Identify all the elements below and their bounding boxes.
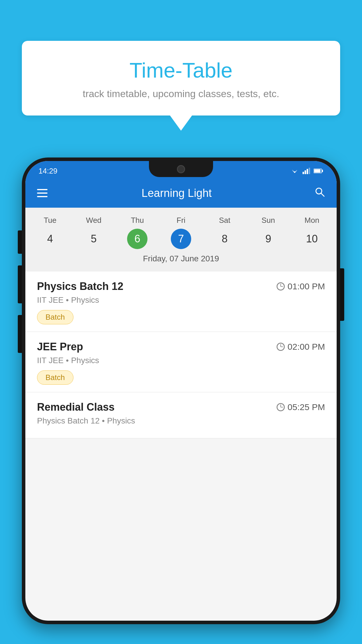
- status-icons: [290, 168, 324, 174]
- clock-icon-2: [277, 343, 285, 351]
- calendar-strip: Tue Wed Thu Fri Sat Sun Mon 4 5 6 7 8 9 …: [25, 208, 337, 272]
- hamburger-menu-button[interactable]: [37, 189, 48, 197]
- status-time: 14:29: [38, 167, 57, 176]
- date-7-selected[interactable]: 7: [171, 229, 191, 249]
- speech-bubble-container: Time-Table track timetable, upcoming cla…: [22, 41, 340, 116]
- schedule-title-3: Remedial Class: [37, 401, 115, 413]
- svg-rect-0: [303, 172, 304, 174]
- phone-frame: 14:29: [22, 158, 340, 644]
- bubble-subtitle: track timetable, upcoming classes, tests…: [36, 88, 326, 99]
- schedule-item-3[interactable]: Remedial Class 05:25 PM Physics Batch 12…: [25, 392, 337, 438]
- day-fri: Fri: [159, 214, 203, 227]
- day-sun: Sun: [247, 214, 290, 227]
- date-10[interactable]: 10: [302, 229, 322, 249]
- phone-btn-power: [18, 230, 22, 254]
- schedule-time-text-1: 01:00 PM: [288, 281, 325, 291]
- batch-tag-2: Batch: [37, 370, 73, 385]
- schedule-time-text-3: 05:25 PM: [288, 402, 325, 412]
- app-title: Learning Light: [48, 187, 306, 200]
- schedule-time-1: 01:00 PM: [277, 281, 325, 291]
- schedule-time-3: 05:25 PM: [277, 402, 325, 412]
- schedule-item-3-header: Remedial Class 05:25 PM: [37, 401, 325, 413]
- clock-icon-3: [277, 403, 285, 411]
- phone-outer: 14:29: [22, 158, 340, 624]
- clock-icon-1: [277, 282, 285, 290]
- schedule-list: Physics Batch 12 01:00 PM IIT JEE • Phys…: [25, 272, 337, 438]
- svg-line-8: [321, 193, 324, 196]
- dates-row: 4 5 6 7 8 9 10: [25, 227, 337, 251]
- selected-date-label: Friday, 07 June 2019: [25, 251, 337, 269]
- svg-rect-5: [314, 169, 321, 173]
- svg-rect-2: [307, 169, 308, 174]
- svg-rect-6: [322, 170, 323, 172]
- batch-tag-1: Batch: [37, 310, 73, 324]
- schedule-item-1-header: Physics Batch 12 01:00 PM: [37, 280, 325, 293]
- schedule-item-1[interactable]: Physics Batch 12 01:00 PM IIT JEE • Phys…: [25, 272, 337, 332]
- phone-btn-vol-up: [18, 265, 22, 303]
- wifi-icon: [290, 168, 299, 174]
- schedule-subtitle-3: Physics Batch 12 • Physics: [37, 416, 325, 426]
- phone-btn-right: [340, 268, 344, 321]
- app-bar: Learning Light: [25, 178, 337, 208]
- speech-bubble: Time-Table track timetable, upcoming cla…: [22, 41, 340, 116]
- day-mon: Mon: [290, 214, 334, 227]
- days-row: Tue Wed Thu Fri Sat Sun Mon: [25, 214, 337, 227]
- phone-notch: [149, 161, 213, 177]
- date-4[interactable]: 4: [40, 229, 60, 249]
- phone-btn-vol-down: [18, 315, 22, 353]
- schedule-title-1: Physics Batch 12: [37, 280, 123, 293]
- date-9[interactable]: 9: [258, 229, 278, 249]
- schedule-title-2: JEE Prep: [37, 341, 83, 353]
- phone-camera: [177, 165, 185, 173]
- schedule-item-2[interactable]: JEE Prep 02:00 PM IIT JEE • Physics Batc…: [25, 332, 337, 392]
- date-6-today[interactable]: 6: [127, 229, 147, 249]
- date-8[interactable]: 8: [215, 229, 235, 249]
- svg-rect-3: [309, 168, 310, 174]
- signal-icon: [303, 168, 310, 174]
- battery-icon: [314, 168, 324, 174]
- schedule-time-text-2: 02:00 PM: [288, 342, 325, 352]
- svg-rect-1: [305, 170, 306, 174]
- day-wed: Wed: [72, 214, 116, 227]
- day-sat: Sat: [203, 214, 247, 227]
- schedule-item-2-header: JEE Prep 02:00 PM: [37, 341, 325, 353]
- bubble-title: Time-Table: [36, 58, 326, 82]
- day-tue: Tue: [28, 214, 72, 227]
- date-5[interactable]: 5: [84, 229, 104, 249]
- schedule-subtitle-2: IIT JEE • Physics: [37, 356, 325, 365]
- phone-screen: 14:29: [25, 161, 337, 621]
- day-thu: Thu: [115, 214, 159, 227]
- schedule-subtitle-1: IIT JEE • Physics: [37, 295, 325, 305]
- search-button[interactable]: [314, 187, 325, 200]
- schedule-time-2: 02:00 PM: [277, 342, 325, 352]
